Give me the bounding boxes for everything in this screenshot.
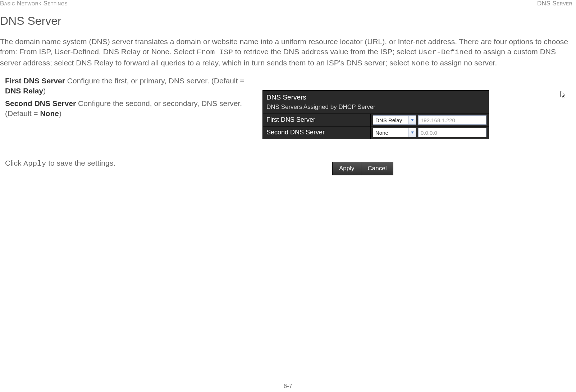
header-right: DNS Server bbox=[537, 0, 572, 7]
first-dns-text-b: ) bbox=[43, 87, 46, 95]
row-label-first: First DNS Server bbox=[263, 114, 371, 126]
apply-mono: Apply bbox=[23, 160, 46, 168]
first-dns-label: First DNS Server bbox=[5, 77, 65, 85]
first-dns-definition: First DNS Server Configure the first, or… bbox=[5, 76, 252, 96]
panel-row-first: First DNS Server DNS Relay 192.168.1.220 bbox=[263, 114, 489, 126]
cursor-icon bbox=[560, 91, 567, 100]
panel-row-second: Second DNS Server None 0.0.0.0 bbox=[263, 126, 489, 139]
chevron-down-icon bbox=[408, 128, 416, 137]
header-left: Basic Network Settings bbox=[0, 0, 68, 7]
intro-text-4: to assign no server. bbox=[429, 59, 497, 67]
apply-button[interactable]: Apply bbox=[333, 162, 361, 175]
apply-instruction: Click Apply to save the settings. bbox=[5, 159, 318, 168]
first-dns-select-value: DNS Relay bbox=[373, 117, 408, 123]
first-dns-ip-input[interactable]: 192.168.1.220 bbox=[418, 115, 486, 125]
apply-text-a: Click bbox=[5, 159, 23, 167]
intro-paragraph: The domain name system (DNS) server tran… bbox=[0, 37, 576, 69]
second-dns-default: None bbox=[40, 109, 59, 117]
page-title: DNS Server bbox=[0, 14, 576, 28]
second-dns-select-value: None bbox=[373, 130, 408, 136]
second-dns-ip-input[interactable]: 0.0.0.0 bbox=[418, 128, 486, 137]
page-number: 6-7 bbox=[284, 383, 293, 390]
intro-mono-3: None bbox=[411, 59, 429, 68]
first-dns-select[interactable]: DNS Relay bbox=[373, 115, 416, 125]
second-dns-text-b: ) bbox=[59, 109, 61, 117]
first-dns-default: DNS Relay bbox=[5, 87, 43, 95]
second-dns-select[interactable]: None bbox=[373, 128, 416, 137]
first-dns-text-a: Configure the first, or primary, DNS ser… bbox=[65, 77, 244, 85]
dns-servers-panel: DNS Servers DNS Servers Assigned by DHCP… bbox=[262, 90, 489, 139]
intro-mono-2: User-Defined bbox=[419, 48, 473, 56]
row-label-second: Second DNS Server bbox=[263, 126, 371, 139]
chevron-down-icon bbox=[408, 116, 416, 124]
button-bar: Apply Cancel bbox=[332, 162, 393, 175]
apply-text-b: to save the settings. bbox=[46, 159, 115, 167]
intro-mono-1: From ISP bbox=[197, 48, 233, 56]
intro-text-2: to retrieve the DNS address value from t… bbox=[233, 47, 419, 56]
second-dns-definition: Second DNS Server Configure the second, … bbox=[5, 98, 252, 119]
panel-title: DNS Servers bbox=[263, 91, 489, 102]
definitions-column: First DNS Server Configure the first, or… bbox=[0, 76, 252, 121]
panel-subtitle: DNS Servers Assigned by DHCP Server bbox=[263, 102, 489, 114]
cancel-button[interactable]: Cancel bbox=[361, 162, 393, 175]
second-dns-label: Second DNS Server bbox=[5, 99, 76, 107]
